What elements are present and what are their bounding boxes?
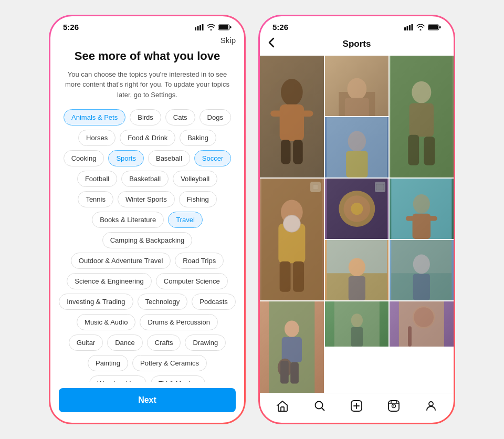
svg-rect-8: [407, 26, 408, 30]
svg-rect-7: [404, 27, 406, 30]
right-phone: 5:26 Sports: [258, 15, 455, 424]
svg-rect-3: [202, 24, 204, 30]
tag-woodworking[interactable]: Woodworking: [89, 375, 146, 382]
svg-point-69: [414, 307, 434, 327]
tag-volleyball[interactable]: Volleyball: [173, 171, 217, 187]
svg-rect-40: [327, 179, 387, 239]
nav-reels[interactable]: [387, 400, 400, 412]
tag-tech[interactable]: Technology: [138, 294, 188, 310]
photo-cell-6[interactable]: [325, 179, 389, 239]
photo-cell-1[interactable]: [260, 56, 324, 177]
photo-cell-3[interactable]: [390, 56, 454, 177]
svg-rect-64: [334, 301, 379, 347]
svg-rect-12: [428, 25, 438, 29]
svg-rect-49: [327, 270, 387, 301]
tag-baking[interactable]: Baking: [180, 130, 216, 146]
photo-cell-9[interactable]: [390, 240, 454, 300]
svg-rect-16: [270, 110, 282, 117]
svg-point-29: [348, 131, 366, 151]
tag-crafts[interactable]: Crafts: [147, 335, 181, 351]
tag-horses[interactable]: Horses: [78, 130, 116, 146]
tag-pottery[interactable]: Pottery & Ceramics: [132, 355, 207, 371]
tag-guitar[interactable]: Guitar: [69, 335, 103, 351]
tag-roadtrips[interactable]: Road Trips: [175, 253, 224, 269]
svg-point-61: [278, 359, 292, 377]
photo-cell-11[interactable]: [325, 301, 389, 347]
photo-cell-2[interactable]: [325, 56, 389, 116]
photo-12-art: [390, 301, 454, 347]
photo-5-art: [260, 179, 324, 300]
tag-birds[interactable]: Birds: [130, 109, 161, 126]
tag-winter[interactable]: Winter Sports: [118, 191, 175, 207]
svg-rect-32: [261, 179, 322, 300]
tag-sports[interactable]: Sports: [108, 150, 144, 166]
svg-point-14: [281, 79, 303, 106]
tag-cooking[interactable]: Cooking: [64, 150, 104, 166]
tag-cs[interactable]: Computer Science: [156, 273, 228, 289]
skip-button[interactable]: Skip: [220, 36, 236, 45]
nav-profile[interactable]: [425, 400, 437, 412]
svg-rect-67: [399, 301, 444, 347]
svg-rect-39: [377, 185, 383, 190]
tag-books[interactable]: Books & Literature: [92, 212, 164, 228]
svg-rect-18: [281, 140, 291, 164]
photo-cell-7[interactable]: [390, 179, 454, 239]
tag-food[interactable]: Food & Drink: [120, 130, 175, 146]
tag-dance[interactable]: Dance: [107, 335, 143, 351]
photo-cell-4[interactable]: [325, 117, 389, 177]
svg-point-43: [351, 203, 363, 215]
svg-rect-60: [282, 337, 302, 362]
bottom-nav: [260, 393, 454, 423]
tag-baseball[interactable]: Baseball: [148, 150, 190, 166]
svg-rect-58: [269, 301, 314, 393]
svg-rect-63: [290, 362, 299, 384]
svg-point-41: [339, 191, 375, 227]
wifi-icon-right: [416, 24, 425, 30]
tag-animals[interactable]: Animals & Pets: [64, 109, 125, 126]
svg-rect-17: [301, 110, 313, 117]
tag-investing[interactable]: Investing & Trading: [59, 294, 133, 310]
tag-outdoor[interactable]: Outdoor & Adventure Travel: [71, 253, 171, 269]
next-button[interactable]: Next: [59, 388, 236, 412]
svg-rect-2: [200, 25, 201, 30]
tag-drawing[interactable]: Drawing: [185, 335, 226, 351]
photo-cell-10[interactable]: [260, 301, 324, 393]
svg-rect-71: [281, 407, 284, 411]
nav-add[interactable]: [350, 400, 363, 412]
tag-dogs[interactable]: Dogs: [200, 109, 231, 126]
photo-5-icon: [310, 182, 321, 192]
left-phone: 5:26 Skip See more of what: [49, 15, 246, 424]
photo-11-art: [325, 301, 389, 347]
nav-home[interactable]: [276, 400, 289, 412]
svg-rect-22: [344, 98, 369, 117]
svg-point-65: [351, 313, 362, 327]
tag-cats[interactable]: Cats: [165, 109, 195, 126]
photo-cell-5[interactable]: [260, 179, 324, 300]
photo-cell-8[interactable]: [325, 240, 389, 300]
tag-soccer[interactable]: Soccer: [194, 150, 231, 166]
svg-point-45: [413, 194, 430, 214]
tag-fishing[interactable]: Fishing: [179, 191, 217, 207]
tag-tvmovies[interactable]: TV & Movies: [151, 375, 205, 382]
tag-camping[interactable]: Camping & Backpacking: [102, 232, 193, 248]
svg-rect-15: [280, 104, 304, 141]
tag-science[interactable]: Science & Engineering: [67, 273, 152, 289]
tag-basketball[interactable]: Basketball: [121, 171, 169, 187]
tag-tennis[interactable]: Tennis: [78, 191, 113, 207]
svg-point-33: [281, 200, 303, 224]
svg-rect-54: [392, 240, 452, 300]
tag-podcasts[interactable]: Podcasts: [192, 294, 235, 310]
tag-painting[interactable]: Painting: [88, 355, 128, 371]
photo-cell-12[interactable]: [390, 301, 454, 347]
tag-music[interactable]: Music & Audio: [77, 314, 135, 330]
tag-drums[interactable]: Drums & Percussion: [140, 314, 217, 330]
svg-point-56: [413, 255, 430, 274]
svg-rect-34: [278, 224, 305, 263]
right-header: Sports: [260, 34, 454, 56]
back-button[interactable]: [268, 37, 275, 51]
tags-container: Animals & PetsBirdsCatsDogsHorsesFood & …: [59, 109, 236, 382]
tag-travel[interactable]: Travel: [168, 212, 203, 228]
nav-search[interactable]: [313, 400, 326, 412]
time-left: 5:26: [63, 23, 79, 32]
tag-football[interactable]: Football: [77, 171, 117, 187]
